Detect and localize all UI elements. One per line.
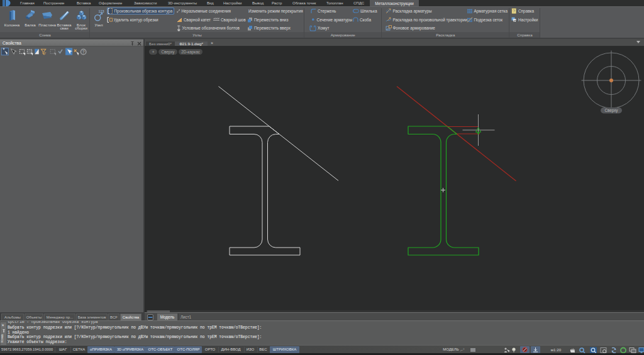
svg-text:f: f: [45, 52, 47, 55]
svg-text:?: ?: [513, 9, 515, 13]
svg-text:Сверху: Сверху: [604, 108, 618, 113]
svg-text:123: 123: [98, 9, 104, 13]
svg-text:⌐°: ⌐°: [460, 348, 465, 352]
svg-text:?: ?: [82, 50, 85, 54]
